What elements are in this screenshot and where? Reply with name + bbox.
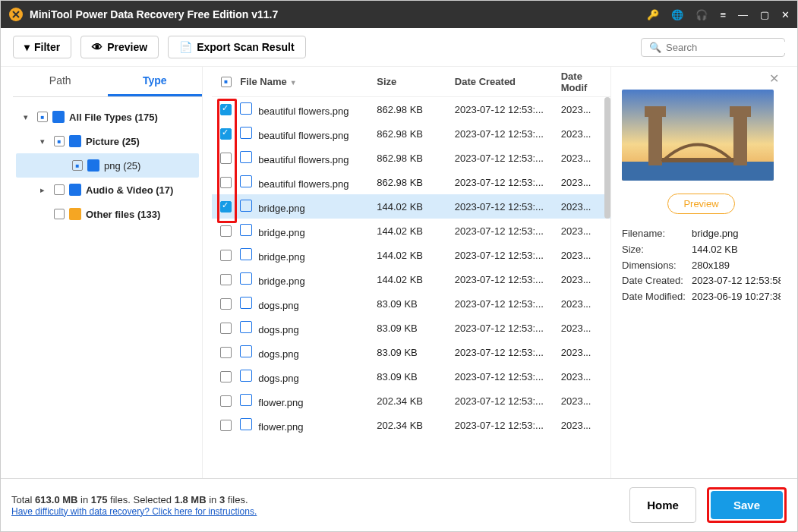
meta-size: 144.02 KB	[692, 242, 781, 258]
key-icon[interactable]: 🔑	[647, 9, 659, 20]
file-checkbox[interactable]	[220, 420, 232, 431]
file-checkbox[interactable]	[220, 323, 232, 334]
checkbox-semi[interactable]	[37, 112, 48, 122]
file-row[interactable]: beautiful flowers.png862.98 KB2023-07-12…	[212, 121, 610, 146]
file-row[interactable]: dogs.png83.09 KB2023-07-12 12:53:...2023…	[212, 291, 610, 316]
maximize-icon[interactable]: ▢	[760, 9, 769, 20]
file-checkbox[interactable]	[220, 395, 232, 407]
globe-icon[interactable]: 🌐	[671, 9, 683, 20]
file-row[interactable]: bridge.png144.02 KB2023-07-12 12:53:...2…	[212, 194, 610, 219]
home-button[interactable]: Home	[629, 487, 696, 523]
filter-button[interactable]: ▾Filter	[13, 36, 71, 58]
file-checkbox[interactable]	[220, 153, 232, 164]
save-button[interactable]: Save	[711, 491, 783, 519]
file-size: 144.02 KB	[377, 225, 455, 237]
file-checkbox[interactable]	[220, 177, 232, 188]
file-type-icon	[240, 370, 252, 382]
file-row[interactable]: bridge.png144.02 KB2023-07-12 12:53:...2…	[212, 243, 610, 267]
select-all-checkbox[interactable]	[221, 77, 232, 87]
col-created[interactable]: Date Created	[455, 76, 561, 87]
close-preview-icon[interactable]: ✕	[769, 71, 779, 86]
minimize-icon[interactable]: —	[738, 9, 748, 20]
tree-label: png (25)	[104, 160, 140, 172]
footer: Total 613.0 MB in 175 files. Selected 1.…	[1, 478, 797, 531]
meta-modified: 2023-06-19 10:27:38	[692, 289, 781, 305]
file-row[interactable]: beautiful flowers.png862.98 KB2023-07-12…	[212, 146, 610, 170]
svg-rect-3	[648, 112, 662, 165]
tree-png[interactable]: png (25)	[16, 153, 199, 178]
file-type-icon	[240, 127, 252, 139]
sort-icon: ▼	[290, 79, 297, 87]
file-list[interactable]: beautiful flowers.png862.98 KB2023-07-12…	[212, 97, 610, 478]
file-row[interactable]: flower.png202.34 KB2023-07-12 12:53:...2…	[212, 389, 610, 413]
file-name: bridge.png	[258, 275, 304, 287]
search-box[interactable]: 🔍	[641, 38, 785, 57]
file-name: dogs.png	[258, 324, 299, 335]
search-input[interactable]	[666, 42, 793, 53]
file-row[interactable]: dogs.png83.09 KB2023-07-12 12:53:...2023…	[212, 340, 610, 364]
file-row[interactable]: bridge.png144.02 KB2023-07-12 12:53:...2…	[212, 219, 610, 243]
file-checkbox[interactable]	[220, 371, 232, 382]
file-row[interactable]: bridge.png144.02 KB2023-07-12 12:53:...2…	[212, 267, 610, 291]
file-modified: 2023...	[561, 225, 610, 237]
file-modified: 2023...	[561, 177, 610, 188]
chevron-right-icon: ▸	[40, 185, 49, 195]
file-size: 862.98 KB	[377, 153, 455, 164]
scrollbar[interactable]	[604, 97, 610, 219]
tree-other-files[interactable]: Other files (133)	[16, 202, 199, 226]
tree-picture[interactable]: ▾ Picture (25)	[16, 129, 199, 153]
file-row[interactable]: flower.png202.34 KB2023-07-12 12:53:...2…	[212, 413, 610, 437]
file-row[interactable]: beautiful flowers.png862.98 KB2023-07-12…	[212, 97, 610, 121]
file-name: flower.png	[258, 397, 303, 408]
help-link[interactable]: Have difficulty with data recovery? Clic…	[11, 506, 257, 517]
file-size: 202.34 KB	[377, 420, 455, 431]
preview-open-button[interactable]: Preview	[667, 194, 734, 214]
headphones-icon[interactable]: 🎧	[695, 9, 708, 20]
menu-icon[interactable]: ≡	[720, 9, 726, 20]
preview-pane: ✕ Preview Filename:bridge.png Size:144.0…	[610, 67, 785, 478]
file-type-icon	[240, 200, 252, 212]
file-list-header: File Name▼ Size Date Created Date Modif	[212, 67, 610, 97]
file-checkbox[interactable]	[220, 250, 232, 261]
monitor-icon	[52, 111, 65, 123]
file-checkbox[interactable]	[220, 347, 232, 358]
tab-type[interactable]: Type	[108, 67, 203, 96]
file-checkbox[interactable]	[220, 225, 232, 237]
checkbox[interactable]	[54, 184, 65, 195]
file-created: 2023-07-12 12:53:...	[455, 153, 561, 164]
file-created: 2023-07-12 12:53:...	[455, 298, 561, 310]
export-button[interactable]: 📄Export Scan Result	[168, 36, 305, 58]
file-type-icon	[240, 175, 252, 187]
file-row[interactable]: beautiful flowers.png862.98 KB2023-07-12…	[212, 170, 610, 194]
export-icon: 📄	[179, 41, 192, 53]
col-filename[interactable]: File Name▼	[240, 76, 377, 87]
checkbox-semi[interactable]	[54, 136, 65, 146]
file-checkbox[interactable]	[220, 274, 232, 285]
file-size: 144.02 KB	[377, 201, 455, 212]
checkbox[interactable]	[54, 209, 65, 219]
col-modified[interactable]: Date Modif	[561, 71, 610, 93]
file-size: 144.02 KB	[377, 274, 455, 285]
file-type-icon	[240, 224, 252, 236]
eye-icon: 👁	[92, 41, 103, 53]
file-checkbox[interactable]	[220, 104, 232, 115]
file-created: 2023-07-12 12:53:...	[455, 395, 561, 407]
sidebar-tabs: Path Type	[13, 67, 202, 97]
file-checkbox[interactable]	[220, 128, 232, 140]
file-created: 2023-07-12 12:53:...	[455, 225, 561, 237]
preview-thumbnail	[622, 90, 774, 181]
file-row[interactable]: dogs.png83.09 KB2023-07-12 12:53:...2023…	[212, 364, 610, 389]
file-name: beautiful flowers.png	[258, 178, 349, 190]
tree-label: Other files (133)	[86, 209, 160, 220]
tree-all-file-types[interactable]: ▾ All File Types (175)	[16, 105, 199, 129]
tree-audio-video[interactable]: ▸ Audio & Video (17)	[16, 178, 199, 202]
file-row[interactable]: dogs.png83.09 KB2023-07-12 12:53:...2023…	[212, 316, 610, 340]
file-checkbox[interactable]	[220, 201, 232, 212]
tab-path[interactable]: Path	[13, 67, 108, 96]
file-checkbox[interactable]	[220, 298, 232, 310]
checkbox-semi[interactable]	[72, 160, 83, 171]
close-icon[interactable]: ✕	[781, 9, 790, 20]
col-size[interactable]: Size	[377, 76, 455, 87]
preview-button[interactable]: 👁Preview	[80, 36, 159, 58]
file-modified: 2023...	[561, 395, 610, 407]
